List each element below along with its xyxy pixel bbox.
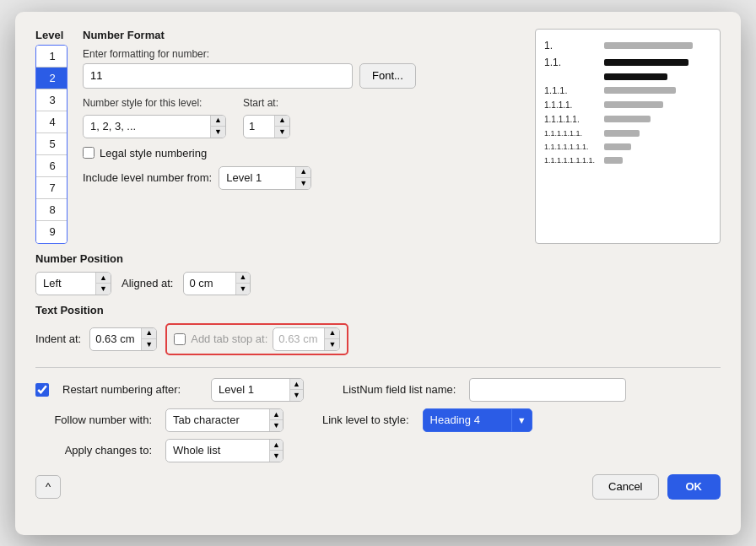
indent-spinner[interactable]: 0.63 cm ▲ ▼ — [89, 327, 157, 351]
tab-stop-up[interactable]: ▲ — [325, 328, 339, 340]
number-style-down[interactable]: ▼ — [211, 127, 225, 138]
level-item-7[interactable]: 7 — [36, 177, 68, 199]
aligned-at-spinner[interactable]: 0 cm ▲ ▼ — [183, 272, 251, 295]
number-style-up[interactable]: ▲ — [211, 116, 225, 127]
start-at-down[interactable]: ▼ — [275, 127, 289, 138]
aligned-at-value: 0 cm — [184, 277, 235, 289]
restart-down[interactable]: ▼ — [290, 390, 303, 401]
number-position-section: Number Position Left ▲ ▼ Aligned at: 0 c… — [35, 252, 721, 295]
tab-stop-value: 0.63 cm — [273, 332, 324, 345]
indent-value: 0.63 cm — [90, 332, 141, 345]
follow-up[interactable]: ▲ — [270, 409, 283, 421]
include-level-value: Level 1 — [219, 171, 295, 184]
aligned-at-label: Aligned at: — [122, 277, 173, 289]
level-item-3[interactable]: 3 — [36, 89, 68, 111]
aligned-at-up[interactable]: ▲ — [236, 273, 251, 284]
level-label: Level — [35, 29, 63, 41]
preview-line-2: 1.1. — [544, 57, 711, 68]
text-position-title: Text Position — [35, 304, 721, 316]
preview-line-5: 1.1.1.1.1. — [544, 115, 711, 124]
aligned-at-down[interactable]: ▼ — [236, 284, 251, 295]
preview-bar-1 — [604, 42, 693, 49]
legal-style-label: Legal style numbering — [100, 147, 207, 159]
start-at-up[interactable]: ▲ — [275, 116, 289, 127]
preview-pane: 1. 1.1. 1.1.1. 1.1.1.1. 1.1.1.1.1. — [535, 29, 721, 244]
tab-stop-checkbox[interactable] — [174, 333, 186, 345]
preview-label-7: 1.1.1.1.1.1.1. — [544, 143, 599, 151]
apply-label: Apply changes to: — [35, 444, 152, 457]
format-input[interactable] — [83, 63, 353, 89]
preview-line-4: 1.1.1.1. — [544, 100, 711, 110]
format-label: Enter formatting for number: — [83, 48, 520, 60]
include-level-select[interactable]: Level 1 ▲ ▼ — [219, 166, 311, 190]
indent-up[interactable]: ▲ — [142, 328, 156, 340]
include-level-down[interactable]: ▼ — [296, 178, 310, 189]
preview-line-7: 1.1.1.1.1.1.1. — [544, 143, 711, 151]
restart-select[interactable]: Level 1 ▲ ▼ — [211, 378, 304, 402]
level-item-4[interactable]: 4 — [36, 111, 68, 133]
level-item-8[interactable]: 8 — [36, 199, 68, 221]
follow-label: Follow number with: — [35, 414, 152, 426]
tab-stop-spinner[interactable]: 0.63 cm ▲ ▼ — [273, 327, 340, 351]
dialog: Level 1 2 3 4 5 6 7 8 9 Number Format En… — [15, 12, 741, 535]
link-level-arrow[interactable]: ▼ — [511, 409, 532, 431]
include-level-up[interactable]: ▲ — [296, 167, 310, 179]
cancel-button[interactable]: Cancel — [592, 474, 658, 500]
apply-up[interactable]: ▲ — [270, 440, 283, 451]
preview-line-6: 1.1.1.1.1.1. — [544, 129, 711, 138]
font-button[interactable]: Font... — [359, 63, 416, 89]
level-item-9[interactable]: 9 — [36, 221, 68, 243]
link-level-value: Heading 4 — [424, 414, 511, 426]
collapse-button[interactable]: ^ — [35, 475, 61, 499]
listnum-input[interactable] — [469, 378, 626, 402]
link-label: Link level to style: — [322, 414, 409, 426]
alignment-down[interactable]: ▼ — [96, 284, 111, 295]
apply-select[interactable]: Whole list ▲ ▼ — [165, 439, 284, 462]
restart-up[interactable]: ▲ — [290, 379, 303, 391]
follow-down[interactable]: ▼ — [270, 420, 283, 431]
start-at-label: Start at: — [243, 97, 290, 109]
legal-style-checkbox[interactable] — [83, 147, 94, 159]
follow-select[interactable]: Tab character ▲ ▼ — [165, 408, 284, 432]
apply-value: Whole list — [166, 444, 269, 457]
preview-bar-4 — [604, 101, 663, 108]
alignment-value: Left — [36, 277, 95, 289]
bottom-section: Restart numbering after: Level 1 ▲ ▼ Lis… — [35, 367, 721, 462]
preview-line-blank — [544, 73, 711, 80]
alignment-up[interactable]: ▲ — [96, 273, 111, 284]
indent-down[interactable]: ▼ — [142, 339, 156, 350]
preview-label-2: 1.1. — [544, 57, 599, 68]
preview-line-3: 1.1.1. — [544, 85, 711, 95]
include-label: Include level number from: — [83, 171, 212, 184]
style-label: Number style for this level: — [83, 97, 226, 109]
preview-bar-6 — [604, 130, 640, 137]
apply-down[interactable]: ▼ — [270, 451, 283, 462]
level-item-1[interactable]: 1 — [36, 46, 68, 68]
number-format-title: Number Format — [83, 29, 520, 41]
level-item-5[interactable]: 5 — [36, 133, 68, 155]
preview-label-3: 1.1.1. — [544, 85, 599, 95]
level-item-2[interactable]: 2 — [36, 68, 68, 89]
tab-stop-down[interactable]: ▼ — [325, 339, 339, 350]
preview-bar-blank — [604, 73, 667, 80]
tab-stop-label: Add tab stop at: — [191, 332, 267, 345]
number-position-title: Number Position — [35, 252, 721, 265]
number-style-value: 1, 2, 3, ... — [84, 120, 210, 132]
number-style-select[interactable]: 1, 2, 3, ... ▲ ▼ — [83, 115, 226, 138]
link-level-select[interactable]: Heading 4 ▼ — [423, 408, 532, 432]
restart-label: Restart numbering after: — [62, 383, 197, 396]
dialog-footer: ^ Cancel OK — [35, 474, 721, 500]
restart-numbering-checkbox[interactable] — [35, 383, 49, 397]
preview-bar-5 — [604, 116, 651, 122]
preview-label-4: 1.1.1.1. — [544, 100, 599, 110]
indent-label: Indent at: — [35, 332, 81, 345]
restart-value: Level 1 — [212, 383, 289, 396]
preview-label-8: 1.1.1.1.1.1.1.1. — [544, 156, 599, 165]
tab-stop-group: Add tab stop at: 0.63 cm ▲ ▼ — [165, 323, 348, 355]
alignment-select[interactable]: Left ▲ ▼ — [35, 272, 111, 295]
preview-bar-8 — [604, 157, 623, 164]
level-item-6[interactable]: 6 — [36, 155, 68, 177]
ok-button[interactable]: OK — [667, 474, 721, 500]
preview-label-5: 1.1.1.1.1. — [544, 115, 599, 124]
start-at-spinner[interactable]: 1 ▲ ▼ — [243, 115, 290, 138]
